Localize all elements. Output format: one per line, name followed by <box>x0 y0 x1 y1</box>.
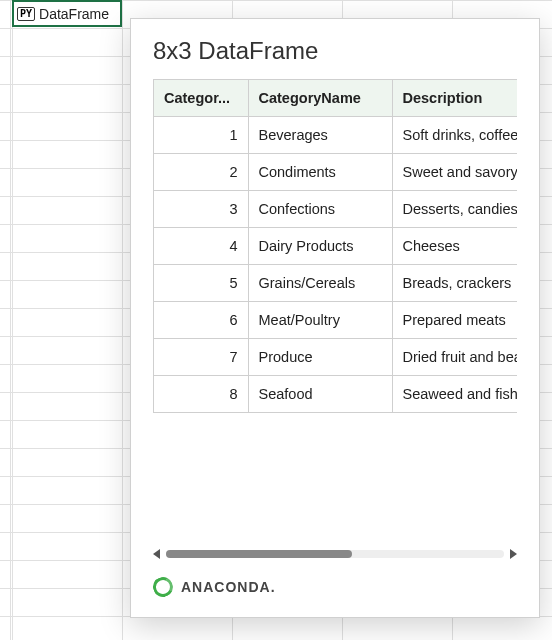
dataframe-preview-card: 8x3 DataFrame Categor... CategoryName De… <box>130 18 540 618</box>
table-header-row: Categor... CategoryName Description <box>154 80 517 117</box>
cell-description: Soft drinks, coffees, teas <box>392 117 517 154</box>
card-footer: ANACONDA. <box>131 577 539 617</box>
cell-category-id: 1 <box>154 117 248 154</box>
col-header-category-name[interactable]: CategoryName <box>248 80 392 117</box>
cell-category-name: Condiments <box>248 154 392 191</box>
anaconda-logo-icon <box>150 574 176 600</box>
active-cell[interactable]: PY DataFrame <box>12 0 122 27</box>
cell-description: Sweet and savory sauces <box>392 154 517 191</box>
horizontal-scrollbar[interactable] <box>153 547 517 561</box>
cell-category-name: Beverages <box>248 117 392 154</box>
cell-category-name: Grains/Cereals <box>248 265 392 302</box>
cell-category-id: 6 <box>154 302 248 339</box>
table-row[interactable]: 6Meat/PoultryPrepared meats <box>154 302 517 339</box>
cell-value: DataFrame <box>39 6 109 22</box>
col-header-description[interactable]: Description <box>392 80 517 117</box>
scroll-track[interactable] <box>166 550 504 558</box>
cell-description: Prepared meats <box>392 302 517 339</box>
cell-description: Dried fruit and bean curd <box>392 339 517 376</box>
cell-description: Seaweed and fish <box>392 376 517 413</box>
cell-category-name: Seafood <box>248 376 392 413</box>
cell-category-name: Produce <box>248 339 392 376</box>
cell-category-id: 5 <box>154 265 248 302</box>
dataframe-table: Categor... CategoryName Description 1Bev… <box>154 80 517 413</box>
table-row[interactable]: 7ProduceDried fruit and bean curd <box>154 339 517 376</box>
table-row[interactable]: 8SeafoodSeaweed and fish <box>154 376 517 413</box>
cell-category-name: Meat/Poultry <box>248 302 392 339</box>
card-title: 8x3 DataFrame <box>131 19 539 79</box>
cell-category-id: 8 <box>154 376 248 413</box>
table-row[interactable]: 3ConfectionsDesserts, candies <box>154 191 517 228</box>
cell-category-id: 4 <box>154 228 248 265</box>
cell-category-id: 3 <box>154 191 248 228</box>
anaconda-brand: ANACONDA. <box>181 579 276 595</box>
scroll-right-icon[interactable] <box>510 549 517 559</box>
python-badge-icon: PY <box>17 7 35 21</box>
cell-category-id: 2 <box>154 154 248 191</box>
cell-description: Cheeses <box>392 228 517 265</box>
cell-description: Breads, crackers <box>392 265 517 302</box>
table-container: Categor... CategoryName Description 1Bev… <box>153 79 517 413</box>
cell-category-id: 7 <box>154 339 248 376</box>
col-header-category-id[interactable]: Categor... <box>154 80 248 117</box>
table-row[interactable]: 5Grains/CerealsBreads, crackers <box>154 265 517 302</box>
cell-description: Desserts, candies <box>392 191 517 228</box>
table-row[interactable]: 4Dairy ProductsCheeses <box>154 228 517 265</box>
table-row[interactable]: 2CondimentsSweet and savory sauces <box>154 154 517 191</box>
scroll-thumb[interactable] <box>166 550 352 558</box>
table-row[interactable]: 1BeveragesSoft drinks, coffees, teas <box>154 117 517 154</box>
card-spacer <box>131 413 539 547</box>
scroll-left-icon[interactable] <box>153 549 160 559</box>
cell-category-name: Dairy Products <box>248 228 392 265</box>
cell-category-name: Confections <box>248 191 392 228</box>
